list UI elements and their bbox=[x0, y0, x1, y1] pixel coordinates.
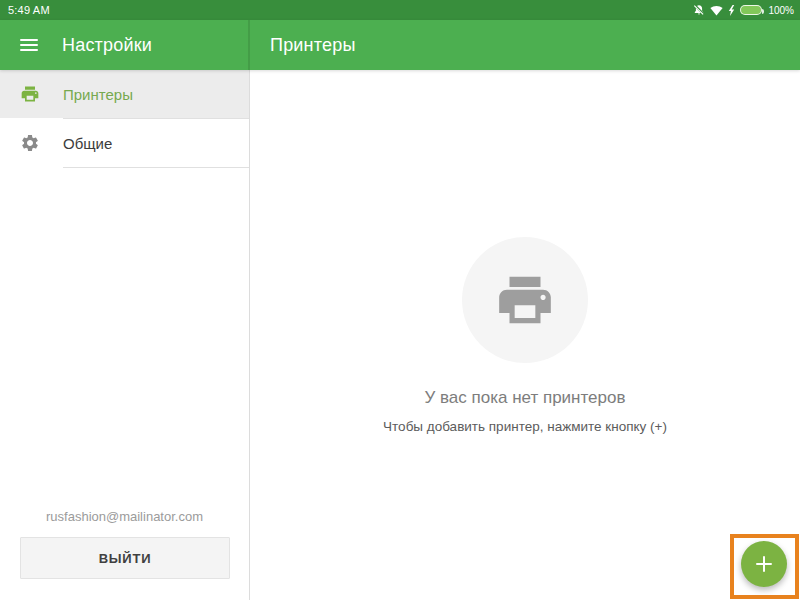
charging-bolt-icon bbox=[728, 5, 735, 16]
status-bar: 5:49 AM 100% bbox=[0, 0, 800, 20]
sidebar: Принтеры Общие rusfashion@mailinator.com… bbox=[0, 70, 250, 600]
gear-icon bbox=[20, 133, 40, 153]
sidebar-item-printers[interactable]: Принтеры bbox=[0, 70, 249, 118]
sidebar-item-label: Общие bbox=[63, 135, 112, 152]
empty-state-circle bbox=[462, 237, 588, 363]
app-bar-left-section: Настройки bbox=[0, 20, 250, 70]
notifications-off-icon bbox=[693, 4, 705, 16]
printers-content: У вас пока нет принтеров Чтобы добавить … bbox=[250, 70, 800, 600]
app-bar-right-section: Принтеры bbox=[250, 20, 800, 70]
sidebar-item-label: Принтеры bbox=[63, 86, 133, 103]
printer-icon bbox=[20, 84, 40, 104]
wifi-icon bbox=[710, 5, 723, 16]
empty-state-title: У вас пока нет принтеров bbox=[250, 388, 800, 408]
empty-state-subtitle: Чтобы добавить принтер, нажмите кнопку (… bbox=[250, 419, 800, 434]
sidebar-item-general[interactable]: Общие bbox=[0, 119, 249, 167]
battery-icon bbox=[740, 5, 762, 15]
app-bar: Настройки Принтеры bbox=[0, 20, 800, 70]
logout-button[interactable]: ВЫЙТИ bbox=[20, 537, 230, 579]
main-area: Принтеры Общие rusfashion@mailinator.com… bbox=[0, 70, 800, 600]
plus-icon bbox=[754, 554, 774, 574]
status-icons: 100% bbox=[693, 4, 794, 16]
printer-placeholder-icon bbox=[494, 269, 556, 331]
page-title: Настройки bbox=[62, 35, 152, 56]
clock: 5:49 AM bbox=[8, 4, 50, 16]
sidebar-spacer bbox=[0, 168, 249, 509]
hamburger-menu-icon[interactable] bbox=[20, 36, 38, 54]
content-title: Принтеры bbox=[270, 35, 356, 56]
add-printer-fab[interactable] bbox=[741, 541, 787, 587]
battery-percent: 100% bbox=[768, 5, 794, 16]
account-email: rusfashion@mailinator.com bbox=[10, 509, 239, 524]
empty-state: У вас пока нет принтеров Чтобы добавить … bbox=[250, 237, 800, 434]
